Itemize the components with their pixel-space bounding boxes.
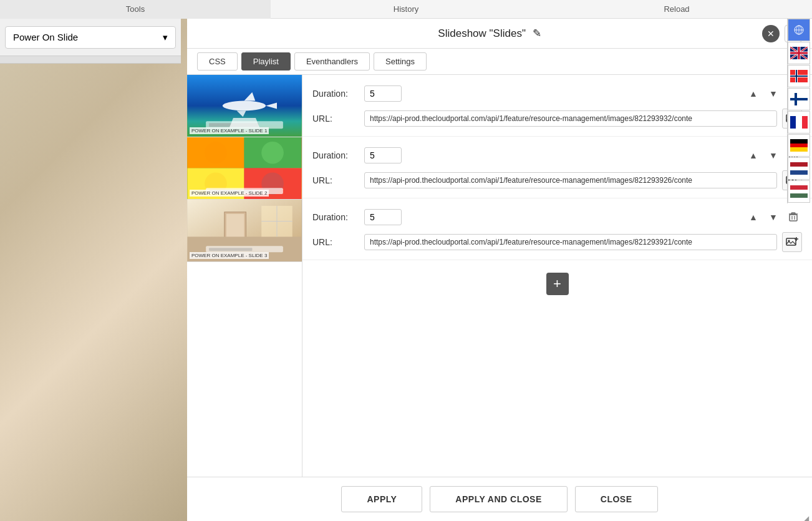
chevron-down-icon: ▾ [163, 32, 168, 43]
url-input-2[interactable] [364, 172, 777, 188]
add-slide-area: + [302, 260, 812, 308]
svg-rect-79 [790, 144, 808, 147]
slide-3-label: POWER ON EXAMPLE - SLIDE 3 [190, 252, 269, 259]
url-input-1[interactable] [364, 110, 777, 127]
tab-css[interactable]: CSS [197, 52, 238, 71]
hungary-flag-icon [790, 185, 808, 198]
left-panel: Power On Slide ▾ [0, 19, 181, 56]
background-image [0, 0, 187, 521]
image-upload-button-3[interactable] [782, 232, 802, 252]
svg-point-1 [223, 101, 266, 111]
image-upload-icon-3 [786, 236, 798, 248]
slide-1-down-button[interactable]: ▼ [765, 85, 782, 102]
slide-thumbnail-3[interactable]: POWER ON EXAMPLE - SLIDE 3 [187, 200, 302, 262]
close-button[interactable]: CLOSE [575, 486, 658, 512]
duration-label-3: Duration: [312, 212, 359, 222]
slide-2-label: POWER ON EXAMPLE - SLIDE 2 [190, 190, 269, 197]
slide-2-url-field: URL: [312, 170, 802, 190]
duration-input-1[interactable] [364, 85, 402, 102]
slide-3-down-button[interactable]: ▼ [765, 208, 782, 226]
svg-rect-6 [209, 123, 258, 127]
svg-rect-81 [790, 162, 808, 167]
reload-menu[interactable]: Reload [541, 0, 812, 19]
dialog-header: Slideshow "Slides" ✎ ✕ ⤢ [187, 19, 812, 49]
top-toolbar: Tools History Reload [0, 0, 812, 19]
dialog-close-button[interactable]: ✕ [762, 25, 780, 42]
flag-un[interactable] [788, 19, 810, 41]
svg-rect-71 [790, 75, 808, 77]
flag-germany[interactable] [788, 134, 810, 157]
dropdown-value: Power On Slide [13, 32, 78, 42]
slide-dropdown[interactable]: Power On Slide ▾ [5, 26, 176, 49]
flag-finland[interactable] [788, 88, 810, 110]
apply-button[interactable]: APPLY [341, 486, 422, 512]
flag-norway[interactable] [788, 65, 810, 87]
svg-rect-25 [209, 248, 252, 251]
url-input-3[interactable] [364, 234, 777, 250]
resize-handle[interactable] [803, 512, 812, 521]
slide-1-up-button[interactable]: ▲ [745, 85, 762, 102]
duration-input-2[interactable] [364, 147, 402, 163]
delete-icon-3 [788, 212, 798, 222]
slide-thumbnail-2[interactable]: POWER ON EXAMPLE - SLIDE 2 [187, 137, 302, 200]
slide-1-duration-field: Duration: ▲ ▼ [312, 85, 802, 102]
flag-panel [787, 19, 812, 203]
slide-3-delete-button[interactable] [785, 208, 802, 226]
un-flag-icon [790, 24, 808, 36]
url-label-2: URL: [312, 175, 359, 185]
duration-input-3[interactable] [364, 209, 402, 225]
svg-rect-80 [790, 147, 808, 152]
slide-3-url-field: URL: [312, 232, 802, 252]
slide-1-url-field: URL: [312, 109, 802, 129]
apply-close-button[interactable]: APPLY AND CLOSE [430, 486, 567, 512]
svg-rect-83 [790, 170, 808, 175]
netherlands-flag-icon [790, 162, 808, 175]
slide-3-up-button[interactable]: ▲ [745, 208, 762, 226]
history-menu[interactable]: History [271, 0, 541, 19]
svg-rect-74 [790, 98, 808, 100]
slide-2-down-button[interactable]: ▼ [765, 147, 782, 164]
tools-menu[interactable]: Tools [0, 0, 271, 19]
ruler [0, 56, 181, 64]
url-label-1: URL: [312, 114, 359, 124]
dialog-footer: APPLY APPLY AND CLOSE CLOSE [187, 477, 812, 521]
slide-thumbnail-1[interactable]: POWER ON EXAMPLE - SLIDE 1 [187, 75, 302, 137]
finland-flag-icon [790, 93, 808, 105]
svg-point-11 [205, 142, 227, 164]
tab-bar: CSS Playlist Eventhandlers Settings [187, 49, 812, 75]
flag-netherlands[interactable] [788, 157, 810, 180]
flag-france[interactable] [788, 111, 810, 134]
svg-rect-76 [790, 116, 796, 129]
france-flag-icon [790, 116, 808, 129]
url-label-3: URL: [312, 237, 359, 247]
svg-rect-46 [791, 213, 795, 214]
norway-flag-icon [790, 70, 808, 82]
slide-2-up-button[interactable]: ▲ [745, 147, 762, 164]
slide-3-duration-field: Duration: ▲ ▼ [312, 208, 802, 226]
dialog: Slideshow "Slides" ✎ ✕ ⤢ CSS Playlist Ev… [187, 19, 812, 521]
flag-hungary[interactable] [788, 180, 810, 203]
slide-row-1: Duration: ▲ ▼ [302, 75, 812, 137]
slide-row-3: Duration: ▲ ▼ [302, 198, 812, 260]
svg-rect-77 [802, 116, 808, 129]
svg-rect-85 [790, 190, 808, 193]
playlist-content: POWER ON EXAMPLE - SLIDE 1 PO [187, 75, 812, 477]
slide-1-label: POWER ON EXAMPLE - SLIDE 1 [190, 127, 269, 134]
dialog-title-text: Slideshow "Slides" [438, 27, 526, 39]
tab-playlist[interactable]: Playlist [241, 52, 291, 71]
tab-eventhandlers[interactable]: Eventhandlers [294, 52, 370, 71]
svg-rect-84 [790, 185, 808, 190]
edit-icon[interactable]: ✎ [533, 27, 541, 39]
duration-label-2: Duration: [312, 150, 359, 160]
slides-list: POWER ON EXAMPLE - SLIDE 1 PO [187, 75, 302, 477]
tab-settings[interactable]: Settings [374, 52, 427, 71]
duration-label-1: Duration: [312, 89, 359, 99]
add-slide-button[interactable]: + [546, 273, 569, 295]
uk-flag-icon [790, 47, 808, 59]
svg-point-12 [261, 142, 284, 164]
svg-rect-44 [790, 215, 797, 221]
slide-3-controls: ▲ ▼ [745, 208, 802, 226]
flag-uk[interactable] [788, 42, 810, 64]
svg-rect-86 [790, 193, 808, 198]
slides-settings: Duration: ▲ ▼ [302, 75, 812, 477]
